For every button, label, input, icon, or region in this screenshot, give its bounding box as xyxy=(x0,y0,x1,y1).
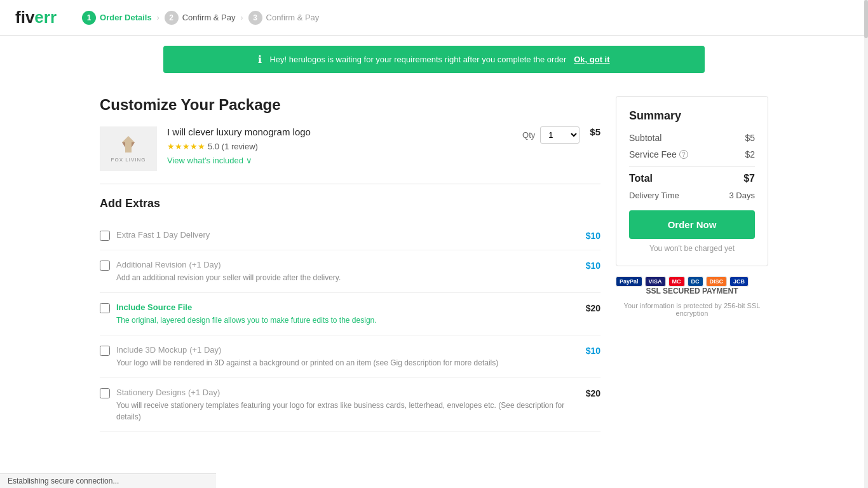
extra-checkbox-2[interactable] xyxy=(100,261,110,271)
extra-content-4: Include 3D Mockup (+1 Day) Your logo wil… xyxy=(116,344,580,369)
service-fee-value: $2 xyxy=(745,149,755,159)
payment-icons-row: PayPal VISA MC DC DISC JCB xyxy=(616,276,768,287)
paypal-icon: PayPal xyxy=(616,276,642,287)
product-title: I will clever luxury monogram logo xyxy=(167,126,512,137)
total-label: Total xyxy=(629,173,653,184)
summary-subtotal-row: Subtotal $5 xyxy=(629,133,755,143)
scrollbar[interactable] xyxy=(864,0,868,445)
page-title: Customize Your Package xyxy=(100,96,600,114)
no-charge-text: You won't be charged yet xyxy=(629,244,755,253)
visa-icon: VISA xyxy=(645,276,666,287)
extras-title: Add Extras xyxy=(100,197,600,210)
summary-delivery-row: Delivery Time 3 Days xyxy=(629,191,755,200)
extra-price-5: $20 xyxy=(586,388,600,398)
product-image: FOX LIVING xyxy=(100,126,157,171)
extra-item-4: Include 3D Mockup (+1 Day) Your logo wil… xyxy=(100,336,600,378)
product-rating-value: 5.0 xyxy=(208,142,219,151)
step-3: 3 Confirm & Pay xyxy=(248,11,320,25)
step-3-circle: 3 xyxy=(248,11,262,25)
step-3-label: Confirm & Pay xyxy=(266,13,320,22)
extra-name-5: Stationery Designs (+1 Day) xyxy=(116,387,580,397)
step-arrow-1: › xyxy=(157,13,159,22)
step-2-circle: 2 xyxy=(165,11,179,25)
product-thumbnail-svg xyxy=(116,135,141,157)
extra-price-3: $20 xyxy=(586,303,600,313)
extra-content-2: Additional Revision (+1 Day) Add an addi… xyxy=(116,259,580,283)
step-1: 1 Order Details xyxy=(82,11,152,25)
header: fiverr 1 Order Details › 2 Confirm & Pay… xyxy=(0,0,868,36)
banner-message: Hey! herulogos is waiting for your requi… xyxy=(269,55,566,64)
step-1-label: Order Details xyxy=(100,13,152,22)
extra-desc-4: Your logo will be rendered in 3D against… xyxy=(116,357,580,369)
summary-title: Summary xyxy=(629,109,755,123)
qty-select[interactable]: 1 2 3 xyxy=(540,126,580,144)
summary-divider xyxy=(629,166,755,166)
summary-sidebar: Summary Subtotal $5 Service Fee ? $2 Tot… xyxy=(616,96,768,432)
ssl-desc-text: Your information is protected by 256-bit… xyxy=(616,302,768,317)
subtotal-value: $5 xyxy=(745,133,755,143)
extra-content-1: Extra Fast 1 Day Delivery xyxy=(116,229,580,240)
extra-content-5: Stationery Designs (+1 Day) You will rec… xyxy=(116,387,580,423)
view-included-link[interactable]: View what's included ∨ xyxy=(167,156,252,165)
extra-price-2: $10 xyxy=(586,261,600,271)
service-fee-label: Service Fee ? xyxy=(629,149,688,159)
service-fee-info-icon[interactable]: ? xyxy=(679,150,688,159)
summary-fee-row: Service Fee ? $2 xyxy=(629,149,755,159)
info-banner: ℹ Hey! herulogos is waiting for your req… xyxy=(163,46,705,73)
banner-dismiss-link[interactable]: Ok, got it xyxy=(574,55,609,64)
extra-price-1: $10 xyxy=(586,231,600,241)
extra-content-3: Include Source File The original, layere… xyxy=(116,302,580,326)
svg-marker-2 xyxy=(132,142,135,147)
product-qty-area: Qty 1 2 3 xyxy=(522,126,580,144)
fox-brand-text: FOX LIVING xyxy=(111,157,146,163)
mastercard-icon: MC xyxy=(668,276,685,287)
step-1-circle: 1 xyxy=(82,11,96,25)
extra-name-4: Include 3D Mockup (+1 Day) xyxy=(116,344,580,355)
info-icon: ℹ xyxy=(258,53,262,65)
product-price: $5 xyxy=(590,126,600,137)
delivery-value: 3 Days xyxy=(729,191,755,200)
svg-marker-1 xyxy=(122,142,125,147)
fiverr-logo[interactable]: fiverr xyxy=(15,8,57,27)
step-arrow-2: › xyxy=(241,13,243,22)
step-2: 2 Confirm & Pay xyxy=(165,11,236,25)
order-now-button[interactable]: Order Now xyxy=(629,210,755,239)
extra-desc-3: The original, layered design file allows… xyxy=(116,315,580,326)
extra-checkbox-4[interactable] xyxy=(100,346,110,356)
extra-price-4: $10 xyxy=(586,346,600,356)
extra-desc-2: Add an additional revision your seller w… xyxy=(116,272,580,283)
extra-item-5: Stationery Designs (+1 Day) You will rec… xyxy=(100,378,600,432)
extra-name-2: Additional Revision (+1 Day) xyxy=(116,259,580,269)
product-row: FOX LIVING I will clever luxury monogram… xyxy=(100,126,600,184)
summary-total-row: Total $7 xyxy=(629,173,755,184)
ssl-secured-label: SSL SECURED PAYMENT xyxy=(616,287,768,295)
extra-item-1: Extra Fast 1 Day Delivery $10 xyxy=(100,220,600,250)
subtotal-label: Subtotal xyxy=(629,133,661,143)
step-2-label: Confirm & Pay xyxy=(182,13,236,22)
steps-nav: 1 Order Details › 2 Confirm & Pay › 3 Co… xyxy=(82,11,319,25)
delivery-label: Delivery Time xyxy=(629,191,679,200)
product-rating-count: (1 review) xyxy=(222,142,258,151)
extra-name-3: Include Source File xyxy=(116,302,580,312)
extra-checkbox-5[interactable] xyxy=(100,388,110,398)
extra-name-1: Extra Fast 1 Day Delivery xyxy=(116,229,580,240)
diners-icon: DC xyxy=(688,276,703,287)
extra-checkbox-1[interactable] xyxy=(100,231,110,241)
extra-item-2: Additional Revision (+1 Day) Add an addi… xyxy=(100,250,600,293)
product-stars: ★★★★★ xyxy=(167,142,205,151)
summary-box: Summary Subtotal $5 Service Fee ? $2 Tot… xyxy=(616,96,768,266)
product-info: I will clever luxury monogram logo ★★★★★… xyxy=(167,126,512,165)
extra-desc-5: You will receive stationery templates fe… xyxy=(116,400,580,423)
scrollbar-thumb[interactable] xyxy=(864,0,868,38)
content-area: Customize Your Package FOX LIVING I will… xyxy=(100,96,600,432)
extra-checkbox-3[interactable] xyxy=(100,303,110,313)
discover-icon: DISC xyxy=(706,276,728,287)
extra-item-3: Include Source File The original, layere… xyxy=(100,293,600,336)
jcb-icon: JCB xyxy=(729,276,749,287)
total-value: $7 xyxy=(743,173,755,184)
main-container: Customize Your Package FOX LIVING I will… xyxy=(85,83,783,445)
qty-label: Qty xyxy=(522,130,535,140)
